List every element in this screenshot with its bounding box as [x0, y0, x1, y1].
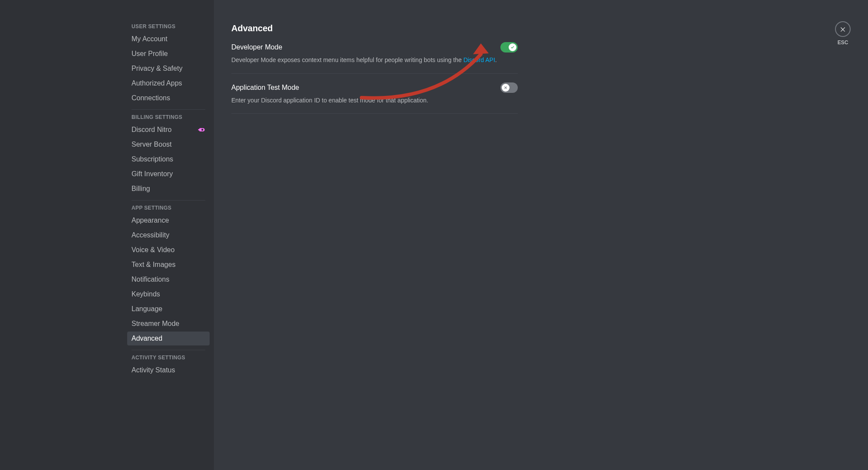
sidebar-section-header: ACTIVITY SETTINGS [127, 355, 210, 363]
sidebar-item-advanced[interactable]: Advanced [127, 332, 210, 345]
sidebar-item-label: Billing [132, 184, 150, 193]
sidebar-item-server-boost[interactable]: Server Boost [127, 138, 210, 151]
sidebar-item-billing[interactable]: Billing [127, 182, 210, 196]
developer-mode-label: Developer Mode [231, 43, 282, 51]
sidebar-item-label: Accessibility [132, 231, 169, 240]
sidebar-section-header: BILLING SETTINGS [127, 114, 210, 123]
sidebar-section-header: USER SETTINGS [127, 23, 210, 32]
sidebar-item-gift-inventory[interactable]: Gift Inventory [127, 167, 210, 181]
app-test-mode-label: Application Test Mode [231, 84, 299, 92]
sidebar-item-label: Subscriptions [132, 155, 173, 164]
app-test-mode-description: Enter your Discord application ID to ena… [231, 96, 518, 105]
check-icon [510, 45, 515, 50]
sidebar-item-label: My Account [132, 35, 168, 43]
sidebar-item-label: User Profile [132, 49, 168, 58]
sidebar-item-label: Authorized Apps [132, 79, 182, 88]
sidebar-section-header: APP SETTINGS [127, 205, 210, 214]
sidebar-separator [132, 109, 205, 110]
sidebar-item-notifications[interactable]: Notifications [127, 273, 210, 286]
sidebar-item-label: Text & Images [132, 260, 175, 269]
sidebar-item-voice-video[interactable]: Voice & Video [127, 243, 210, 257]
setting-developer-mode: Developer Mode Developer Mode exposes co… [231, 42, 518, 74]
sidebar-item-accessibility[interactable]: Accessibility [127, 228, 210, 242]
sidebar-item-label: Activity Status [132, 366, 175, 375]
close-button[interactable] [835, 21, 851, 37]
toggle-knob [509, 43, 516, 51]
setting-app-test-mode: Application Test Mode Enter your Discord… [231, 82, 518, 114]
sidebar-item-label: Appearance [132, 216, 169, 225]
page-title: Advanced [231, 23, 518, 33]
sidebar-item-connections[interactable]: Connections [127, 91, 210, 105]
sidebar-item-streamer-mode[interactable]: Streamer Mode [127, 317, 210, 331]
sidebar-item-label: Connections [132, 94, 170, 102]
nitro-icon [197, 127, 205, 132]
developer-mode-description: Developer Mode exposes context menu item… [231, 56, 518, 65]
close-label: ESC [838, 39, 848, 46]
close-icon [839, 26, 846, 33]
sidebar-item-label: Gift Inventory [132, 170, 173, 178]
sidebar-item-subscriptions[interactable]: Subscriptions [127, 152, 210, 166]
sidebar-item-activity-status[interactable]: Activity Status [127, 363, 210, 377]
sidebar-item-label: Privacy & Safety [132, 64, 182, 73]
sidebar-separator [132, 200, 205, 200]
toggle-knob [502, 84, 510, 92]
sidebar-item-label: Notifications [132, 275, 169, 284]
app-test-mode-toggle[interactable] [500, 82, 518, 93]
developer-mode-toggle[interactable] [500, 42, 518, 53]
settings-sidebar: USER SETTINGSMy AccountUser ProfilePriva… [0, 0, 214, 470]
sidebar-item-authorized-apps[interactable]: Authorized Apps [127, 76, 210, 90]
sidebar-separator [132, 350, 205, 350]
sidebar-item-text-images[interactable]: Text & Images [127, 258, 210, 272]
sidebar-item-label: Discord Nitro [132, 125, 171, 134]
x-icon [503, 85, 508, 90]
sidebar-item-keybinds[interactable]: Keybinds [127, 287, 210, 301]
sidebar-item-my-account[interactable]: My Account [127, 32, 210, 46]
sidebar-item-label: Advanced [132, 334, 162, 343]
discord-api-link[interactable]: Discord API [464, 56, 495, 63]
sidebar-item-label: Server Boost [132, 140, 171, 149]
sidebar-item-label: Streamer Mode [132, 319, 179, 328]
sidebar-item-language[interactable]: Language [127, 302, 210, 316]
sidebar-item-discord-nitro[interactable]: Discord Nitro [127, 123, 210, 137]
sidebar-item-appearance[interactable]: Appearance [127, 214, 210, 227]
sidebar-item-privacy-safety[interactable]: Privacy & Safety [127, 62, 210, 76]
sidebar-item-label: Keybinds [132, 290, 160, 299]
sidebar-item-label: Language [132, 305, 162, 313]
sidebar-item-label: Voice & Video [132, 246, 174, 254]
sidebar-item-user-profile[interactable]: User Profile [127, 47, 210, 61]
settings-content: Advanced Developer Mode Developer Mode e… [214, 0, 868, 470]
